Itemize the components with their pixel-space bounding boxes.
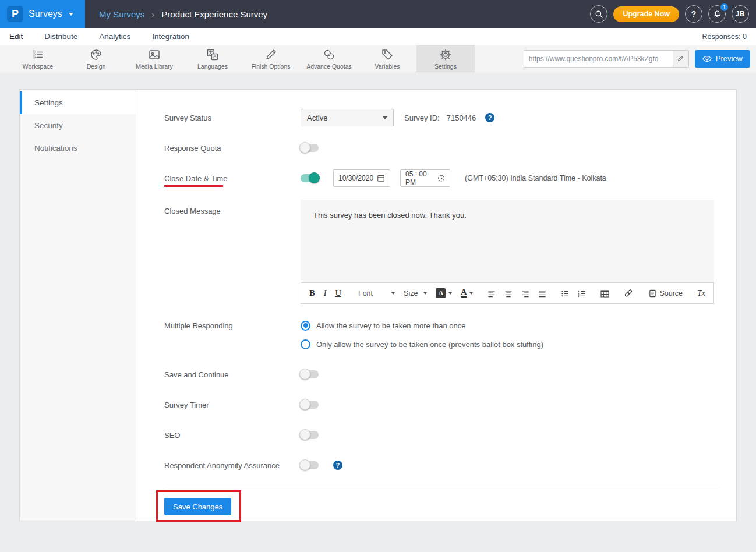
align-left-button[interactable] xyxy=(487,289,496,298)
ribbon-item-workspace[interactable]: Workspace xyxy=(9,45,67,72)
survey-id-value: 7150446 xyxy=(447,114,476,122)
radio-option-only-once[interactable]: Only allow the survey to be taken once (… xyxy=(301,335,543,353)
radio-option-more-than-once[interactable]: Allow the survey to be taken more than o… xyxy=(301,317,543,334)
sidebar-item-settings[interactable]: Settings xyxy=(20,91,136,114)
ribbon-item-design[interactable]: Design xyxy=(67,45,125,72)
sidebar-item-notifications[interactable]: Notifications xyxy=(20,137,136,160)
size-dropdown[interactable]: Size xyxy=(404,289,427,298)
preview-label: Preview xyxy=(716,54,743,63)
closed-message-label: Closed Message xyxy=(164,200,301,215)
font-dropdown[interactable]: Font xyxy=(358,289,395,298)
survey-timer-toggle[interactable] xyxy=(301,401,319,409)
numbered-list-button[interactable] xyxy=(578,289,586,298)
multiple-responding-row: Multiple Responding Allow the survey to … xyxy=(164,317,722,353)
response-quota-toggle[interactable] xyxy=(301,144,319,152)
save-and-continue-toggle[interactable] xyxy=(301,370,319,378)
source-button[interactable]: Source xyxy=(649,289,683,298)
align-center-icon xyxy=(504,289,513,298)
text-color-dropdown[interactable]: A xyxy=(436,288,452,298)
close-time-value: 05 : 00 PM xyxy=(405,170,437,186)
ribbon-label: Media Library xyxy=(136,63,173,70)
ribbon-items: Workspace Design Media Library A Languag… xyxy=(9,45,475,72)
align-justify-button[interactable] xyxy=(538,289,546,298)
survey-url-field[interactable] xyxy=(524,55,673,63)
chevron-down-icon xyxy=(448,292,452,295)
close-date-time-toggle[interactable] xyxy=(301,174,319,182)
chevron-down-icon xyxy=(383,116,387,119)
ribbon-label: Variables xyxy=(375,63,400,70)
chevron-down-icon xyxy=(423,292,427,295)
tab-analytics[interactable]: Analytics xyxy=(99,32,130,41)
avatar[interactable]: JB xyxy=(732,5,749,23)
response-quota-label: Response Quota xyxy=(164,144,301,153)
edit-ribbon: Workspace Design Media Library A Languag… xyxy=(0,45,756,72)
settings-sidebar: Settings Security Notifications xyxy=(20,90,136,521)
close-date-field[interactable]: 10/30/2020 xyxy=(333,169,390,187)
toggle-knob xyxy=(299,429,310,440)
seo-row: SEO xyxy=(164,426,722,444)
search-button[interactable] xyxy=(590,5,607,23)
anonymity-toggle[interactable] xyxy=(301,461,319,469)
survey-url-box xyxy=(524,50,689,68)
nav-tabs: Edit Distribute Analytics Integration xyxy=(9,32,189,41)
align-right-button[interactable] xyxy=(521,289,529,298)
radio-checked-icon[interactable] xyxy=(301,321,310,331)
edit-url-button[interactable] xyxy=(673,51,688,67)
page-body: Settings Security Notifications Survey S… xyxy=(0,72,756,552)
tab-integration[interactable]: Integration xyxy=(152,32,189,41)
seo-toggle[interactable] xyxy=(301,431,319,439)
align-justify-icon xyxy=(538,289,546,298)
italic-button[interactable]: I xyxy=(324,289,327,298)
save-changes-button[interactable]: Save Changes xyxy=(164,498,231,515)
anonymity-help-icon[interactable]: ? xyxy=(333,461,342,470)
eye-icon xyxy=(702,55,712,62)
notification-badge: 1 xyxy=(719,2,729,12)
ribbon-label: Workspace xyxy=(23,63,53,70)
notifications-button[interactable]: 1 xyxy=(708,5,726,23)
product-name: Surveys xyxy=(29,9,62,19)
calendar-icon xyxy=(377,174,385,182)
ribbon-item-languages[interactable]: A Languages xyxy=(183,45,242,72)
product-switcher[interactable]: P Surveys xyxy=(0,0,85,28)
help-icon: ? xyxy=(691,9,697,19)
close-time-field[interactable]: 05 : 00 PM xyxy=(400,169,450,187)
survey-id-help-icon[interactable]: ? xyxy=(485,113,494,122)
font-dropdown-value: Font xyxy=(358,289,388,298)
ribbon-item-finish-options[interactable]: Finish Options xyxy=(242,45,300,72)
main-nav: Edit Distribute Analytics Integration Re… xyxy=(0,28,756,45)
preview-button[interactable]: Preview xyxy=(695,50,750,68)
insert-link-button[interactable] xyxy=(624,289,633,298)
survey-status-select[interactable]: Active xyxy=(301,109,394,126)
survey-timer-label: Survey Timer xyxy=(164,401,301,409)
radio-unchecked-icon[interactable] xyxy=(301,339,310,349)
toggle-knob xyxy=(299,142,310,153)
breadcrumb-my-surveys[interactable]: My Surveys xyxy=(99,9,144,19)
align-right-icon xyxy=(521,289,529,298)
ribbon-label: Finish Options xyxy=(251,63,290,70)
insert-table-button[interactable] xyxy=(600,289,609,298)
multiple-responding-options: Allow the survey to be taken more than o… xyxy=(301,317,543,353)
variables-icon xyxy=(380,48,394,62)
ribbon-item-settings[interactable]: Settings xyxy=(416,45,475,72)
ribbon-item-variables[interactable]: Variables xyxy=(358,45,416,72)
sidebar-item-security[interactable]: Security xyxy=(20,114,136,137)
radio-option-label: Only allow the survey to be taken once (… xyxy=(316,340,543,349)
align-center-button[interactable] xyxy=(504,289,513,298)
upgrade-button[interactable]: Upgrade Now xyxy=(613,6,679,22)
underline-button[interactable]: U xyxy=(335,289,341,298)
ribbon-item-advance-quotas[interactable]: Advance Quotas xyxy=(300,45,358,72)
bulleted-list-button[interactable] xyxy=(561,289,569,298)
toggle-knob xyxy=(309,172,320,183)
toggle-knob xyxy=(299,459,310,470)
bold-button[interactable]: B xyxy=(309,289,315,298)
background-color-dropdown[interactable]: A xyxy=(461,288,473,299)
annotation-box: Save Changes xyxy=(156,490,241,522)
closed-message-textarea[interactable]: This survey has been closed now. Thank y… xyxy=(301,200,714,282)
remove-format-button[interactable]: Tx xyxy=(697,289,705,298)
tab-distribute[interactable]: Distribute xyxy=(44,32,77,41)
tab-edit[interactable]: Edit xyxy=(9,32,23,41)
ribbon-item-media-library[interactable]: Media Library xyxy=(125,45,183,72)
help-button[interactable]: ? xyxy=(685,5,702,23)
survey-id-label: Survey ID: xyxy=(404,114,440,122)
workspace-icon xyxy=(31,48,45,62)
